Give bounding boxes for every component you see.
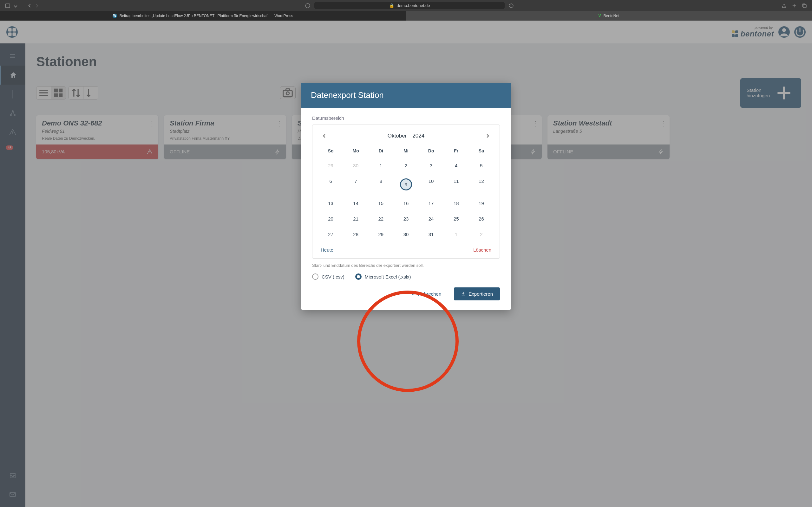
format-csv-label: CSV (.csv) [322, 274, 345, 279]
sidebar-toggle-icon[interactable] [5, 3, 10, 9]
browser-tab-bentonet[interactable]: V BentoNet [406, 11, 812, 20]
chevron-left-icon [323, 134, 326, 137]
calendar-weekday: Fr [444, 144, 469, 158]
export-label: Exportieren [468, 291, 493, 297]
cancel-button[interactable]: Abbrechen [404, 287, 449, 300]
plus-icon[interactable] [792, 3, 797, 9]
tab-label: BentoNet [603, 14, 619, 18]
format-xlsx-label: Microsoft Excel (.xslx) [365, 274, 411, 279]
svg-rect-6 [803, 4, 806, 8]
calendar-day[interactable]: 31 [419, 227, 444, 242]
calendar-clear-link[interactable]: Löschen [473, 247, 491, 252]
calendar-today-link[interactable]: Heute [321, 247, 334, 252]
calendar-day[interactable]: 2 [393, 158, 418, 173]
calendar-day[interactable]: 1 [444, 227, 469, 242]
reload-icon[interactable] [508, 3, 514, 9]
calendar-day[interactable]: 23 [393, 211, 418, 227]
calendar-day[interactable]: 18 [444, 195, 469, 211]
calendar-day[interactable]: 2 [469, 227, 494, 242]
calendar-day[interactable]: 26 [469, 211, 494, 227]
radio-icon [355, 274, 362, 280]
tabs-icon[interactable] [802, 3, 807, 9]
calendar-day[interactable]: 19 [469, 195, 494, 211]
calendar-day[interactable]: 11 [444, 173, 469, 195]
calendar-day[interactable]: 5 [469, 158, 494, 173]
calendar-day[interactable]: 29 [318, 158, 343, 173]
calendar-day[interactable]: 30 [393, 227, 418, 242]
cancel-label: Abbrechen [418, 291, 442, 297]
calendar-day[interactable]: 1 [368, 158, 393, 173]
calendar-day[interactable]: 27 [318, 227, 343, 242]
calendar-weekday: Di [368, 144, 393, 158]
calendar-day[interactable]: 16 [393, 195, 418, 211]
calendar-weekday: So [318, 144, 343, 158]
bentonet-icon: V [598, 14, 601, 18]
calendar-weekday: Sa [469, 144, 494, 158]
date-range-label: Datumsbereich [312, 115, 500, 121]
share-icon[interactable] [781, 3, 787, 9]
url-text: demo.bentonet.de [397, 3, 430, 8]
chevron-right-icon [485, 134, 489, 137]
nav-back-icon[interactable] [28, 4, 32, 7]
calendar-weekdays: SoMoDiMiDoFrSa [318, 144, 494, 158]
calendar-day[interactable]: 7 [343, 173, 368, 195]
calendar-day[interactable]: 13 [318, 195, 343, 211]
export-button[interactable]: Exportieren [454, 287, 500, 300]
calendar-day[interactable]: 10 [419, 173, 444, 195]
calendar-day[interactable]: 20 [318, 211, 343, 227]
calendar-month[interactable]: Oktober [388, 133, 407, 139]
calendar-day[interactable]: 6 [318, 173, 343, 195]
wordpress-icon: W [113, 14, 117, 18]
export-modal: Datenexport Station Datumsbereich Oktobe… [301, 83, 511, 310]
calendar-day[interactable]: 25 [444, 211, 469, 227]
calendar-day[interactable]: 3 [419, 158, 444, 173]
calendar-day[interactable]: 12 [469, 173, 494, 195]
app: powered by bentonet [0, 20, 812, 507]
calendar-weekday: Mo [343, 144, 368, 158]
calendar-day[interactable]: 17 [419, 195, 444, 211]
calendar-days: 2930123456789101112131415161718192021222… [318, 158, 494, 242]
calendar-day[interactable]: 28 [343, 227, 368, 242]
shield-icon[interactable] [305, 3, 310, 9]
svg-point-2 [305, 3, 310, 8]
calendar-prev-button[interactable] [320, 131, 329, 141]
calendar-weekday: Mi [393, 144, 418, 158]
calendar-day[interactable]: 21 [343, 211, 368, 227]
calendar-day[interactable]: 14 [343, 195, 368, 211]
date-range-hint: Start- und Enddatum des Bereichs der exp… [312, 263, 500, 268]
calendar-day[interactable]: 8 [368, 173, 393, 195]
url-bar[interactable]: 🔒 demo.bentonet.de [314, 2, 505, 9]
calendar-weekday: Do [419, 144, 444, 158]
modal-title: Datenexport Station [301, 83, 511, 108]
format-xlsx-radio[interactable]: Microsoft Excel (.xslx) [355, 274, 411, 280]
browser-tabs: W Beitrag bearbeiten „Update LoadFlow 2.… [0, 11, 812, 20]
calendar-day[interactable]: 24 [419, 211, 444, 227]
calendar-day[interactable]: 29 [368, 227, 393, 242]
format-csv-radio[interactable]: CSV (.csv) [312, 274, 345, 280]
calendar-day[interactable]: 9 [393, 173, 418, 195]
browser-chrome: 🔒 demo.bentonet.de [0, 0, 812, 11]
lock-icon: 🔒 [389, 3, 394, 8]
chevron-down-icon[interactable] [14, 4, 17, 7]
calendar-next-button[interactable] [483, 131, 492, 141]
calendar-day[interactable]: 30 [343, 158, 368, 173]
calendar-day[interactable]: 15 [368, 195, 393, 211]
browser-tab-wordpress[interactable]: W Beitrag bearbeiten „Update LoadFlow 2.… [0, 11, 406, 20]
radio-icon [312, 274, 318, 280]
svg-rect-0 [5, 4, 10, 8]
tab-label: Beitrag bearbeiten „Update LoadFlow 2.5"… [119, 14, 293, 18]
calendar-day[interactable]: 22 [368, 211, 393, 227]
calendar: Oktober 2024 SoMoDiMiDoFrSa 293012345678… [312, 124, 500, 259]
calendar-year[interactable]: 2024 [412, 133, 424, 139]
calendar-day[interactable]: 4 [444, 158, 469, 173]
